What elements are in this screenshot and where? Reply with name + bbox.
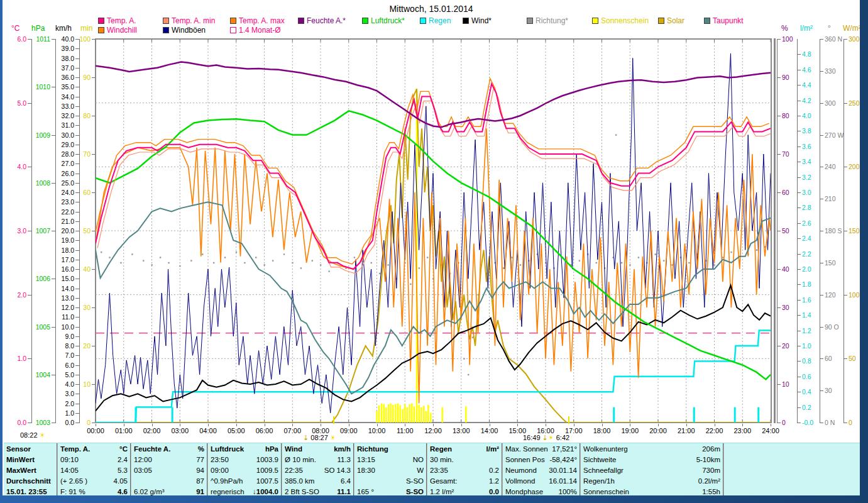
cell-value: 87 (196, 476, 204, 487)
dot-richtung (190, 260, 192, 261)
axis-tick (797, 361, 801, 362)
cell-value: S-SO (406, 487, 424, 495)
cell-label: 165 ° (357, 487, 374, 495)
cell-label: 15.01. 23:55 (6, 487, 47, 495)
cell-label: Wind (285, 444, 302, 455)
legend-swatch-monat (230, 27, 236, 33)
page-title: Mittwoch, 15.01.2014 (3, 4, 860, 14)
x-tick-label: 04:00 (194, 427, 222, 434)
dot-richtung (160, 257, 161, 258)
table-row: Wolkenunterg206m (583, 444, 720, 455)
axis-tick (75, 317, 79, 318)
axis-tick (75, 145, 79, 145)
tick-label-l/m²: 3.6 (802, 143, 811, 150)
legend-item-monat: 1.4 Monat-Ø (230, 26, 281, 33)
dot-richtung (629, 264, 630, 265)
dot-richtung (468, 374, 469, 375)
legend-label: Temp. A. (107, 16, 136, 25)
axis-tick (75, 125, 79, 126)
x-tick (292, 424, 293, 426)
cell-value: % (198, 444, 204, 455)
tick-label-hPa: 1005 (25, 324, 50, 330)
x-tick (96, 424, 96, 426)
tick-label-l/m²: 0.4 (802, 389, 811, 395)
axis-tick (75, 183, 79, 184)
dot-richtung (638, 257, 639, 258)
tick-label-min: 30 (65, 304, 91, 311)
tick-label-°: 180 S (825, 228, 842, 234)
axis-tick (797, 346, 801, 346)
axis-tick (797, 116, 801, 116)
tick-label-km/h: 2.0 (49, 401, 74, 407)
table-row: Ø 10 min.11.3 (285, 455, 351, 465)
tick-label-km/h: 29.0 (49, 141, 74, 148)
cell-value: 2.4 (118, 455, 128, 465)
axis-tick (820, 135, 823, 136)
x-tick (686, 424, 687, 426)
dot-richtung (520, 264, 521, 265)
axis-tick (777, 423, 781, 423)
legend-label: Temp. A. min (172, 16, 215, 25)
cell-value: 0.2 (489, 465, 499, 476)
tick-label-l/m²: -0.0 (802, 419, 813, 426)
x-tick-label: 14:00 (476, 427, 503, 434)
dot-richtung (109, 257, 110, 258)
table-row: 09:001009.5 (211, 465, 278, 476)
cell-label: Luftdruck (211, 444, 244, 455)
cell-label: Ø 10 min. (285, 455, 316, 465)
tick-label-l/m²: 2.0 (802, 266, 811, 272)
axis-tick (28, 358, 31, 359)
tick-label-%: 90 (782, 74, 789, 80)
x-tick (405, 424, 405, 426)
tick-label-km/h: 33.0 (49, 103, 74, 109)
unit-label-min: min (80, 24, 92, 33)
x-tick (602, 424, 603, 426)
cell-label: 18:30 (357, 465, 375, 476)
axis-tick (75, 260, 79, 260)
cell-label: 1.2 l/m² (430, 487, 454, 495)
table-row: 12:0077 (134, 455, 204, 465)
tick-label-l/m²: 4.4 (802, 82, 811, 88)
sensor-table: SensorMinWertMaxWertDurchschnitt15.01. 2… (4, 443, 860, 495)
legend-item-regen: Regen (420, 16, 451, 24)
axis-tick (75, 394, 79, 394)
tick-label-°C: 5.0 (3, 100, 26, 106)
x-tick-label: 11:00 (391, 427, 419, 434)
table-row: Sensor (6, 444, 54, 455)
axis-tick (75, 135, 79, 136)
tick-label-km/h: 19.0 (49, 237, 74, 243)
legend-label: Richtung* (536, 16, 568, 25)
table-row: ^0.9hPa/h1007.5 (211, 476, 278, 487)
legend-swatch-regen (420, 18, 426, 24)
axis-tick (820, 39, 823, 40)
tick-label-°: 60 (825, 355, 832, 362)
x-tick-label: 12:00 (419, 427, 447, 434)
axis-tick (777, 77, 781, 78)
dot-richtung (663, 260, 664, 261)
axis-tick (797, 315, 801, 316)
dot-richtung (272, 260, 273, 261)
tick-label-W/m²: 150 (849, 228, 860, 234)
tick-label-l/m²: 2.6 (802, 220, 811, 226)
cell-label: (+ 2.65 ) (60, 476, 87, 487)
cell-label: Sonnenschein (583, 487, 629, 495)
legend-swatch-temp-a (98, 18, 104, 24)
tick-label-min: 10 (65, 381, 91, 387)
table-row: Gesamt:1.2 (430, 476, 499, 487)
tick-label-min: 100 (65, 36, 91, 42)
dot-richtung (354, 257, 355, 258)
tick-label-km/h: 22.0 (49, 209, 74, 215)
cell-label: 6.02 g/m³ (134, 487, 165, 495)
tick-label-W/m²: 100 (849, 292, 860, 298)
cell-value: 94 (196, 465, 204, 476)
axis-tick (797, 192, 801, 193)
legend-label: Luftdruck* (371, 16, 405, 25)
tick-label-l/m²: 1.6 (802, 297, 811, 303)
table-col-tempa: Temp. A.°C09:102.414:055.3(+ 2.65 )4.05F… (58, 443, 131, 495)
axis-tick (777, 269, 781, 270)
dot-richtung (213, 262, 214, 263)
axis-tick (75, 404, 79, 404)
cell-value: 1009.5 (256, 465, 278, 476)
x-tick (658, 424, 659, 426)
table-row: 23:350.2 (430, 465, 499, 476)
